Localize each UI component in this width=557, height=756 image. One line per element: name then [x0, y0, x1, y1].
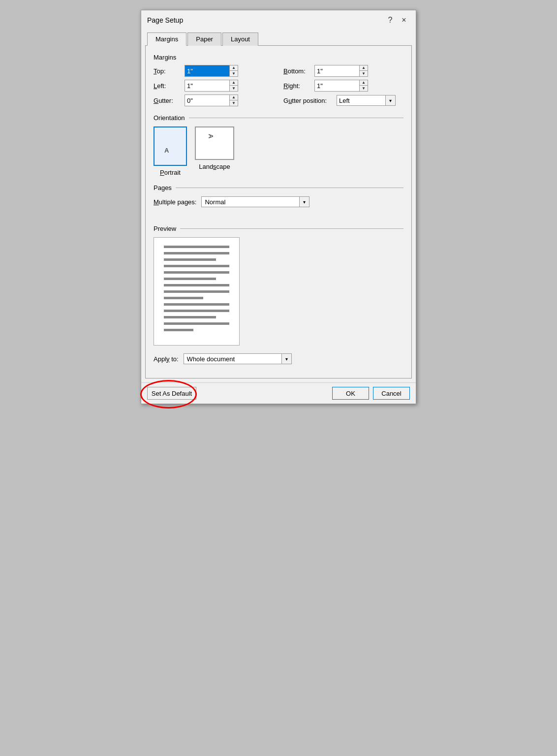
- preview-section: Preview: [154, 225, 403, 346]
- preview-line-13: [164, 322, 229, 325]
- pages-section: Pages Multiple pages: Normal Mirror marg…: [154, 184, 403, 207]
- preview-divider: Preview: [154, 225, 403, 232]
- top-input[interactable]: [185, 65, 229, 76]
- top-label: Top:: [154, 67, 181, 75]
- preview-line-8: [164, 290, 229, 293]
- gutter-position-input[interactable]: Left Top: [337, 95, 385, 105]
- orientation-divider: Orientation: [154, 114, 403, 122]
- bottom-spin-down[interactable]: ▼: [360, 71, 368, 76]
- orientation-options: A Portrait A Landscape: [154, 126, 403, 176]
- preview-line-3: [164, 258, 216, 261]
- bottom-label: Bottom:: [283, 67, 310, 75]
- apply-to-row: Apply to: Whole document This point forw…: [154, 353, 403, 364]
- portrait-option[interactable]: A Portrait: [154, 126, 187, 176]
- dialog-title: Page Setup: [147, 16, 183, 24]
- multiple-pages-select: Normal Mirror margins 2 pages per sheet …: [201, 196, 309, 207]
- bottom-spinner-buttons: ▲ ▼: [359, 65, 368, 76]
- left-spinner: ▲ ▼: [185, 80, 238, 92]
- tab-paper-label: Paper: [196, 35, 213, 43]
- apply-to-label: Apply to:: [154, 355, 179, 363]
- left-spin-up[interactable]: ▲: [230, 80, 238, 86]
- page-setup-dialog: Page Setup ? × Margins Paper Layout Marg…: [141, 10, 416, 404]
- tab-layout[interactable]: Layout: [222, 32, 258, 46]
- landscape-option[interactable]: A Landscape: [195, 126, 234, 176]
- tab-layout-label: Layout: [231, 35, 250, 43]
- bottom-margin-row: Bottom: ▲ ▼: [283, 65, 403, 77]
- preview-line-6: [164, 278, 216, 280]
- orientation-section: Orientation A Portrait: [154, 114, 403, 176]
- top-underline: T: [154, 67, 157, 75]
- portrait-underline: P: [160, 169, 164, 176]
- right-label: Right:: [283, 82, 310, 90]
- multiple-pages-input[interactable]: Normal Mirror margins 2 pages per sheet …: [202, 197, 299, 207]
- margins-section: Margins Top: ▲ ▼: [154, 54, 403, 106]
- bottom-spinner: ▲ ▼: [314, 65, 368, 77]
- preview-line-5: [164, 271, 229, 274]
- left-spinner-buttons: ▲ ▼: [229, 80, 238, 91]
- left-spin-down[interactable]: ▼: [230, 86, 238, 91]
- apply-to-input[interactable]: Whole document This point forward: [184, 354, 281, 364]
- set-default-button[interactable]: Set As Default: [147, 387, 196, 400]
- close-button[interactable]: ×: [398, 14, 410, 26]
- gutter-margin-row: Gutter: ▲ ▼: [154, 94, 274, 106]
- right-spinner-buttons: ▲ ▼: [359, 80, 368, 91]
- svg-text:A: A: [164, 147, 169, 154]
- top-spinner-buttons: ▲ ▼: [229, 65, 238, 76]
- landscape-svg: A: [205, 131, 224, 156]
- left-input[interactable]: [185, 80, 229, 91]
- tabs-container: Margins Paper Layout: [141, 28, 416, 45]
- multiple-pages-label: Multiple pages:: [154, 198, 196, 206]
- gutter-spinner: ▲ ▼: [185, 94, 238, 106]
- gutter-input[interactable]: [185, 95, 229, 106]
- apply-to-arrow[interactable]: ▾: [281, 354, 291, 364]
- pages-divider: Pages: [154, 184, 403, 191]
- preview-box: [154, 237, 240, 346]
- preview-line-12: [164, 316, 216, 318]
- spacer: [154, 215, 403, 225]
- right-spin-up[interactable]: ▲: [360, 80, 368, 86]
- ok-button[interactable]: OK: [332, 387, 369, 400]
- preview-line-11: [164, 310, 229, 312]
- dialog-content: Margins Top: ▲ ▼: [145, 45, 412, 378]
- preview-line-7: [164, 284, 229, 286]
- right-underline: R: [283, 82, 288, 90]
- title-bar: Page Setup ? ×: [141, 10, 416, 28]
- gutter-position-label: Gutter position:: [283, 97, 333, 104]
- right-spin-down[interactable]: ▼: [360, 86, 368, 91]
- bottom-input[interactable]: [315, 65, 359, 76]
- portrait-icon[interactable]: A: [154, 126, 187, 166]
- bottom-spin-up[interactable]: ▲: [360, 65, 368, 71]
- gutter-spin-up[interactable]: ▲: [230, 95, 238, 100]
- tab-margins[interactable]: Margins: [147, 32, 186, 46]
- tab-paper[interactable]: Paper: [187, 32, 221, 46]
- tab-margins-label: Margins: [155, 35, 178, 43]
- left-margin-row: Left: ▲ ▼: [154, 80, 274, 92]
- top-spinner: ▲ ▼: [185, 65, 238, 77]
- pages-heading: Pages: [154, 184, 172, 191]
- right-spinner: ▲ ▼: [314, 80, 368, 92]
- set-default-wrapper: Set As Default: [147, 387, 196, 400]
- left-underline: L: [154, 82, 157, 90]
- bottom-bar: Set As Default OK Cancel: [141, 382, 416, 404]
- portrait-svg: A: [160, 134, 180, 158]
- apply-to-underline: y: [166, 355, 170, 363]
- preview-line-10: [164, 303, 229, 306]
- top-spin-down[interactable]: ▼: [230, 71, 238, 76]
- multiple-pages-arrow[interactable]: ▾: [299, 197, 309, 207]
- top-spin-up[interactable]: ▲: [230, 65, 238, 71]
- preview-line-4: [164, 265, 229, 267]
- gutter-spin-down[interactable]: ▼: [230, 100, 238, 106]
- multiple-pages-row: Multiple pages: Normal Mirror margins 2 …: [154, 196, 403, 207]
- cancel-button[interactable]: Cancel: [373, 387, 410, 400]
- multiple-pages-underline: M: [154, 198, 159, 206]
- landscape-icon[interactable]: A: [195, 126, 234, 160]
- gutter-position-arrow[interactable]: ▾: [385, 95, 395, 105]
- right-input[interactable]: [315, 80, 359, 91]
- gutter-label: Gutter:: [154, 97, 181, 104]
- ok-cancel-group: OK Cancel: [332, 387, 410, 400]
- help-button[interactable]: ?: [384, 14, 396, 26]
- apply-to-select: Whole document This point forward ▾: [184, 353, 292, 364]
- preview-line-14: [164, 329, 193, 331]
- bottom-underline: B: [283, 67, 288, 75]
- title-bar-buttons: ? ×: [384, 14, 410, 26]
